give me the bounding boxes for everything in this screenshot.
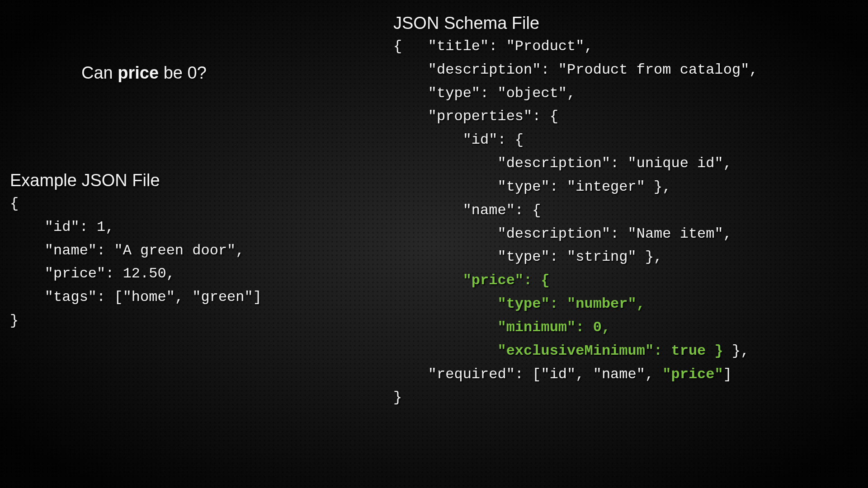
code-line: "price": 12.50, xyxy=(10,265,175,282)
code-fragment: ] xyxy=(723,366,732,383)
example-json-code: { "id": 1, "name": "A green door", "pric… xyxy=(10,192,262,333)
json-schema-code: { "title": "Product", "description": "Pr… xyxy=(393,35,758,409)
code-line: "id": 1, xyxy=(10,219,114,235)
highlighted-price-minimum: "minimum": 0, xyxy=(497,319,610,336)
code-fragment: "required": ["id", "name", xyxy=(393,366,662,383)
code-line: "required": ["id", "name", "price"] xyxy=(393,366,732,383)
code-indent xyxy=(393,272,463,289)
code-line: "name": { xyxy=(393,202,541,219)
code-line: "type": "string" }, xyxy=(393,249,662,265)
code-line: "description": "Name item", xyxy=(393,225,732,242)
slide-question: Can price be 0? xyxy=(81,63,207,83)
highlighted-price-type: "type": "number", xyxy=(497,296,645,312)
code-line: { xyxy=(10,195,19,212)
code-line: "minimum": 0, xyxy=(393,319,610,336)
code-line: "name": "A green door", xyxy=(10,242,244,259)
code-line: "type": "number", xyxy=(393,296,645,312)
question-emphasis: price xyxy=(118,63,159,82)
code-line: "tags": ["home", "green"] xyxy=(10,289,262,305)
code-fragment: }, xyxy=(723,343,750,359)
example-json-title: Example JSON File xyxy=(10,171,160,190)
code-line: } xyxy=(10,312,19,329)
code-indent xyxy=(393,319,497,336)
question-prefix: Can xyxy=(81,63,118,82)
json-schema-title: JSON Schema File xyxy=(393,14,539,33)
question-suffix: be 0? xyxy=(159,63,207,82)
highlighted-required-price: "price" xyxy=(662,366,723,383)
highlighted-price-exclusive: "exclusiveMinimum": true } xyxy=(497,343,723,359)
code-line: "type": "object", xyxy=(393,85,576,102)
code-line: "description": "unique id", xyxy=(393,155,732,172)
code-indent xyxy=(393,343,497,359)
code-line: "id": { xyxy=(393,131,524,148)
code-line: "description": "Product from catalog", xyxy=(393,61,758,78)
code-indent xyxy=(393,296,497,312)
code-line: "type": "integer" }, xyxy=(393,178,671,195)
code-line: "properties": { xyxy=(393,108,558,125)
code-line: } xyxy=(393,389,402,406)
highlighted-price-open: "price": { xyxy=(463,272,550,289)
code-line: "exclusiveMinimum": true } }, xyxy=(393,343,749,359)
code-line: "price": { xyxy=(393,272,550,289)
code-line: { "title": "Product", xyxy=(393,38,593,55)
